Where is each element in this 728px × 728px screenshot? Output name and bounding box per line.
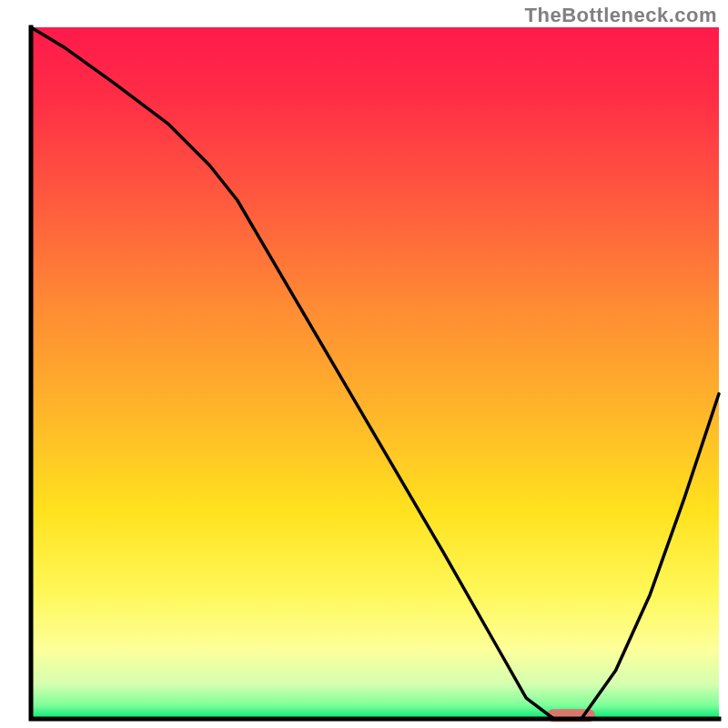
chart-container: TheBottleneck.com [0,0,728,728]
watermark-text: TheBottleneck.com [525,4,717,27]
bottleneck-chart [0,0,728,728]
gradient-background [31,27,719,719]
